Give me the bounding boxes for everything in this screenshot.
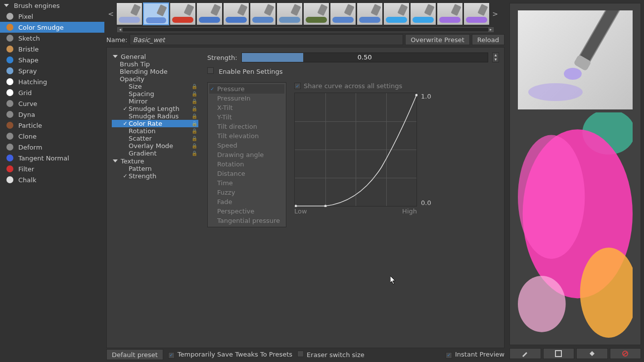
engine-filter[interactable]: Filter (0, 163, 104, 174)
engine-particle[interactable]: Particle (0, 120, 104, 131)
tree-item[interactable]: Overlay Mode🔒 (112, 142, 198, 150)
engine-curve[interactable]: Curve (0, 98, 104, 109)
sensor-item[interactable]: Drawing angle (209, 150, 284, 159)
sensor-item[interactable]: Y-Tilt (209, 112, 284, 122)
curve-y-labels: 1.0 0.0 (421, 93, 438, 207)
engine-shape[interactable]: Shape (0, 54, 104, 65)
sensor-item[interactable]: Tangential pressure (209, 216, 284, 225)
sensor-item[interactable]: Fuzzy (209, 188, 284, 197)
default-preset-button[interactable]: Default preset (106, 349, 163, 360)
sensor-item[interactable]: Fade (209, 197, 284, 207)
temp-save-checkbox[interactable] (168, 352, 175, 359)
preset-strip: < > (106, 0, 505, 27)
preview-canvas[interactable] (509, 3, 641, 345)
preset-thumb[interactable] (223, 2, 249, 25)
curve-editor[interactable] (294, 93, 417, 207)
engine-spray[interactable]: Spray (0, 65, 104, 76)
engine-hatching[interactable]: Hatching (0, 76, 104, 87)
tree-item[interactable]: Scatter🔒 (112, 135, 198, 142)
tree-item[interactable]: Smudge Radius🔒 (112, 112, 198, 120)
preset-prev-button[interactable]: < (106, 10, 115, 18)
tree-section-general[interactable]: General (112, 52, 198, 60)
preset-thumb[interactable] (196, 2, 223, 25)
tree-item[interactable]: Brush Tip (112, 60, 198, 68)
scratchpad[interactable] (518, 112, 633, 338)
tree-item[interactable]: Mirror🔒 (112, 98, 198, 105)
scroll-left-icon[interactable]: ◂ (118, 28, 123, 32)
tree-section-texture[interactable]: Texture (112, 157, 198, 165)
preset-thumb[interactable] (330, 2, 356, 25)
preset-scrollbar[interactable]: ◂ ▸ (117, 27, 494, 32)
brush-preview-thumbnail (518, 10, 633, 109)
brush-tool-button[interactable] (509, 348, 541, 359)
sensor-item[interactable]: Tilt direction (209, 122, 284, 131)
preset-thumb[interactable] (303, 2, 329, 25)
sensor-item[interactable]: Speed (209, 141, 284, 150)
enable-pen-row[interactable]: Enable Pen Settings (207, 67, 499, 75)
sensor-item[interactable]: Distance (209, 169, 284, 178)
sensor-item[interactable]: X-Tilt (209, 103, 284, 112)
tree-item[interactable]: ✓Smudge Length🔒 (112, 105, 198, 112)
scroll-right-icon[interactable]: ▸ (488, 28, 493, 32)
preset-thumb[interactable] (276, 2, 303, 25)
engine-clone[interactable]: Clone (0, 131, 104, 142)
share-curve-row[interactable]: Share curve across all settings (294, 82, 438, 90)
preset-thumb[interactable] (463, 2, 490, 25)
engine-deform[interactable]: Deform (0, 142, 104, 153)
preset-thumb[interactable] (143, 2, 169, 25)
preset-thumb[interactable] (437, 2, 463, 25)
engine-tangent-normal[interactable]: Tangent Normal (0, 153, 104, 163)
eraser-switch-row[interactable]: Eraser switch size (297, 351, 365, 359)
sensor-item[interactable]: ✓Pressure (209, 84, 284, 94)
engine-bristle[interactable]: Bristle (0, 44, 104, 54)
preset-thumb[interactable] (410, 2, 436, 25)
preset-thumb[interactable] (250, 2, 276, 25)
preset-thumb[interactable] (357, 2, 383, 25)
sensor-item[interactable]: Tilt elevation (209, 131, 284, 141)
engine-dyna[interactable]: Dyna (0, 109, 104, 120)
fg-bg-button[interactable] (543, 348, 575, 359)
sensor-item[interactable]: Time (209, 178, 284, 188)
engine-color-smudge[interactable]: Color Smudge (0, 22, 104, 33)
preset-thumb[interactable] (170, 2, 196, 25)
engine-chalk[interactable]: Chalk (0, 174, 104, 185)
engine-icon (5, 66, 14, 76)
tree-item[interactable]: Blending Mode (112, 68, 198, 75)
clear-button[interactable] (610, 348, 642, 359)
engine-grid[interactable]: Grid (0, 87, 104, 98)
preset-name-input[interactable] (130, 34, 403, 45)
instant-preview-checkbox[interactable] (446, 352, 452, 359)
fill-button[interactable] (576, 348, 608, 359)
tree-item[interactable]: Pattern (112, 165, 198, 172)
brush-icon (130, 3, 140, 15)
temp-save-row[interactable]: Temporarily Save Tweaks To Presets (168, 351, 292, 359)
brush-icon (317, 3, 327, 15)
engine-pixel[interactable]: Pixel (0, 11, 104, 22)
preset-thumb[interactable] (116, 2, 142, 25)
tree-item[interactable]: Spacing🔒 (112, 90, 198, 98)
share-curve-checkbox[interactable] (294, 83, 301, 89)
preset-thumb[interactable] (383, 2, 410, 25)
engine-icon (5, 55, 14, 65)
sensor-item[interactable]: Perspective (209, 207, 284, 216)
lock-icon: 🔒 (191, 128, 197, 134)
preset-next-button[interactable]: > (491, 10, 500, 18)
sensor-item[interactable]: PressureIn (209, 94, 284, 103)
enable-pen-checkbox[interactable] (207, 67, 214, 74)
instant-preview-row[interactable]: Instant Preview (446, 351, 505, 359)
tree-item[interactable]: Gradient🔒 (112, 150, 198, 157)
tree-item[interactable]: Size🔒 (112, 83, 198, 90)
sensor-item[interactable]: Rotation (209, 159, 284, 169)
brush-icon (477, 3, 488, 15)
strength-spinbox[interactable]: ▲▼ (492, 52, 499, 62)
engine-sketch[interactable]: Sketch (0, 33, 104, 44)
tree-item[interactable]: Opacity (112, 75, 198, 83)
strength-slider[interactable]: 0.50 (241, 52, 488, 62)
reload-button[interactable]: Reload (472, 34, 505, 45)
overwrite-preset-button[interactable]: Overwrite Preset (405, 34, 470, 45)
collapse-icon[interactable] (4, 4, 9, 7)
eraser-switch-checkbox[interactable] (297, 351, 304, 357)
tree-item[interactable]: ✓Strength (112, 172, 198, 180)
tree-item[interactable]: ✓Color Rate🔒 (112, 120, 198, 127)
tree-item[interactable]: Rotation🔒 (112, 127, 198, 135)
